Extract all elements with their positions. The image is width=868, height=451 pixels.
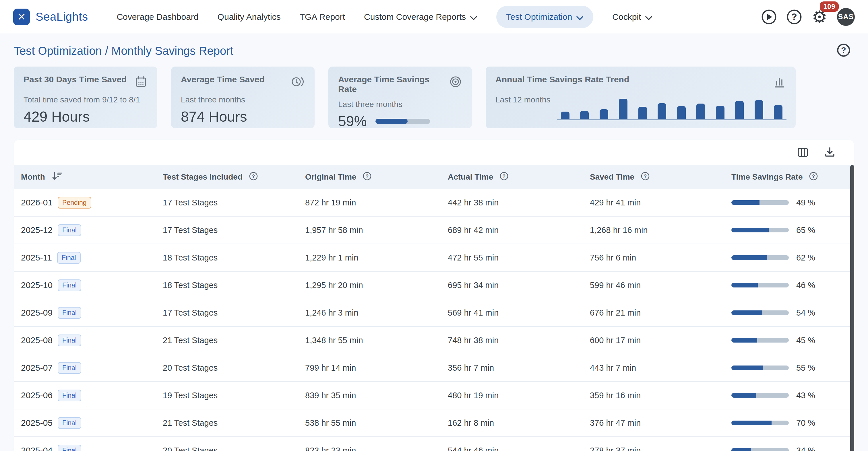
- svg-text:?: ?: [841, 45, 846, 55]
- card-value: 59%: [338, 113, 367, 130]
- rate-percent-value: 55 %: [796, 363, 815, 373]
- settings-button[interactable]: ⚙ 109: [812, 8, 827, 26]
- original-time-value: 823 hr 23 min: [305, 446, 448, 451]
- original-time-value: 799 hr 14 min: [305, 363, 448, 373]
- month-value: 2025-05: [21, 418, 53, 428]
- sealights-logo-icon: ✕: [13, 9, 30, 25]
- help-icon[interactable]: ?: [499, 171, 508, 183]
- status-badge: Final: [58, 445, 81, 451]
- avg-rate-progress-track: [375, 119, 430, 124]
- trend-bar: [755, 100, 763, 119]
- brand[interactable]: ✕ SeaLights: [13, 9, 88, 25]
- test-stages-value: 20 Test Stages: [163, 446, 305, 451]
- column-header-saved-time[interactable]: Saved Time ?: [590, 171, 732, 183]
- help-icon[interactable]: ?: [249, 171, 258, 183]
- saved-time-value: 599 hr 46 min: [590, 281, 732, 290]
- manage-columns-button[interactable]: [797, 146, 809, 158]
- month-value: 2025-04: [21, 446, 53, 451]
- brand-name: SeaLights: [36, 10, 88, 23]
- table-body: 2026-01 Pending 17 Test Stages 872 hr 19…: [14, 189, 854, 451]
- page-help-button[interactable]: ?: [836, 43, 851, 59]
- test-stages-value: 17 Test Stages: [163, 226, 305, 235]
- card-subtitle: Last three months: [181, 95, 305, 104]
- table-row: 2025-05 Final 21 Test Stages 538 hr 55 m…: [14, 409, 854, 437]
- test-stages-value: 18 Test Stages: [163, 281, 305, 290]
- nav-item-coverage-dashboard[interactable]: Coverage Dashboard: [117, 12, 198, 22]
- rate-bar-track: [732, 421, 789, 425]
- column-header-test-stages[interactable]: Test Stages Included ?: [163, 171, 305, 183]
- test-stages-value: 17 Test Stages: [163, 308, 305, 318]
- rate-percent-value: 49 %: [796, 198, 815, 207]
- saved-time-value: 359 hr 16 min: [590, 391, 732, 400]
- table-row: 2025-06 Final 19 Test Stages 839 hr 35 m…: [14, 382, 854, 409]
- status-badge: Final: [57, 252, 81, 264]
- top-navigation: ✕ SeaLights Coverage Dashboard Quality A…: [0, 0, 868, 34]
- column-header-original-time[interactable]: Original Time ?: [305, 171, 448, 183]
- test-stages-value: 19 Test Stages: [163, 391, 305, 400]
- user-avatar[interactable]: SAS: [837, 8, 855, 26]
- rate-percent-value: 46 %: [796, 281, 815, 290]
- help-icon[interactable]: ?: [809, 171, 818, 183]
- help-icon[interactable]: ?: [363, 171, 372, 183]
- status-badge: Final: [58, 224, 81, 236]
- trend-bar: [696, 103, 705, 119]
- column-header-actual-time[interactable]: Actual Time ?: [448, 171, 590, 183]
- chevron-down-icon: [645, 12, 652, 22]
- test-stages-value: 18 Test Stages: [163, 253, 305, 262]
- table-row: 2025-12 Final 17 Test Stages 1,957 hr 58…: [14, 217, 854, 244]
- saved-time-value: 1,268 hr 16 min: [590, 226, 732, 235]
- actual-time-value: 569 hr 41 min: [448, 308, 590, 318]
- nav-item-quality-analytics[interactable]: Quality Analytics: [218, 12, 281, 22]
- notifications-badge: 109: [820, 1, 839, 12]
- status-badge: Final: [58, 307, 81, 319]
- month-value: 2025-12: [21, 225, 53, 235]
- download-button[interactable]: [824, 146, 836, 158]
- sort-descending-icon[interactable]: [51, 171, 63, 183]
- column-header-month[interactable]: Month: [21, 171, 163, 183]
- table-row: 2025-09 Final 17 Test Stages 1,246 hr 3 …: [14, 299, 854, 327]
- rate-percent-value: 70 %: [796, 418, 815, 428]
- rate-bar-fill: [732, 200, 760, 205]
- trend-bar: [677, 106, 686, 119]
- card-title: Annual Time Savings Rate Trend: [495, 74, 629, 84]
- nav-item-tga-report[interactable]: TGA Report: [300, 12, 345, 22]
- rate-bar-fill: [732, 338, 757, 343]
- status-badge: Final: [58, 280, 81, 291]
- svg-text:?: ?: [792, 11, 797, 22]
- help-icon[interactable]: ?: [641, 171, 650, 183]
- play-walkthrough-button[interactable]: [761, 9, 777, 25]
- rate-bar-track: [732, 283, 789, 287]
- rate-percent-value: 34 %: [796, 446, 815, 451]
- help-button[interactable]: ?: [786, 9, 802, 25]
- actual-time-value: 442 hr 38 min: [448, 198, 590, 207]
- actual-time-value: 162 hr 8 min: [448, 418, 590, 428]
- table-row: 2026-01 Pending 17 Test Stages 872 hr 19…: [14, 189, 854, 217]
- nav-item-cockpit[interactable]: Cockpit: [612, 11, 652, 22]
- original-time-value: 1,957 hr 58 min: [305, 226, 448, 235]
- target-icon: [449, 75, 462, 90]
- card-average-time-saved: Average Time Saved Last three months 874…: [171, 67, 315, 128]
- saved-time-value: 278 hr 37 min: [590, 446, 732, 451]
- rate-bar-fill: [732, 311, 763, 315]
- summary-cards: Past 30 Days Time Saved Total time saved…: [0, 67, 868, 128]
- monthly-savings-table: Month Test Stages Included ? Original Ti…: [14, 140, 854, 451]
- table-row: 2025-08 Final 21 Test Stages 1,348 hr 55…: [14, 327, 854, 354]
- table-row: 2025-04 Final 20 Test Stages 823 hr 23 m…: [14, 437, 854, 451]
- actual-time-value: 689 hr 42 min: [448, 226, 590, 235]
- trend-bar: [639, 107, 647, 119]
- trend-bar: [561, 111, 569, 119]
- column-header-time-savings-rate[interactable]: Time Savings Rate ?: [732, 171, 854, 183]
- card-title: Past 30 Days Time Saved: [24, 74, 127, 84]
- rate-bar-fill: [732, 448, 751, 451]
- nav-item-custom-coverage-reports[interactable]: Custom Coverage Reports: [364, 11, 477, 22]
- card-annual-trend: Annual Time Savings Rate Trend Last 12 m…: [486, 67, 796, 128]
- saved-time-value: 676 hr 21 min: [590, 308, 732, 318]
- vertical-scrollbar[interactable]: [850, 165, 854, 451]
- nav-item-test-optimization[interactable]: Test Optimization: [496, 6, 593, 28]
- card-average-time-savings-rate: Average Time Savings Rate Last three mon…: [329, 67, 472, 128]
- svg-text:?: ?: [503, 173, 505, 179]
- card-past-30-days-time-saved: Past 30 Days Time Saved Total time saved…: [14, 67, 157, 128]
- month-value: 2025-10: [21, 280, 53, 290]
- original-time-value: 872 hr 19 min: [305, 198, 448, 207]
- month-value: 2025-08: [21, 335, 53, 345]
